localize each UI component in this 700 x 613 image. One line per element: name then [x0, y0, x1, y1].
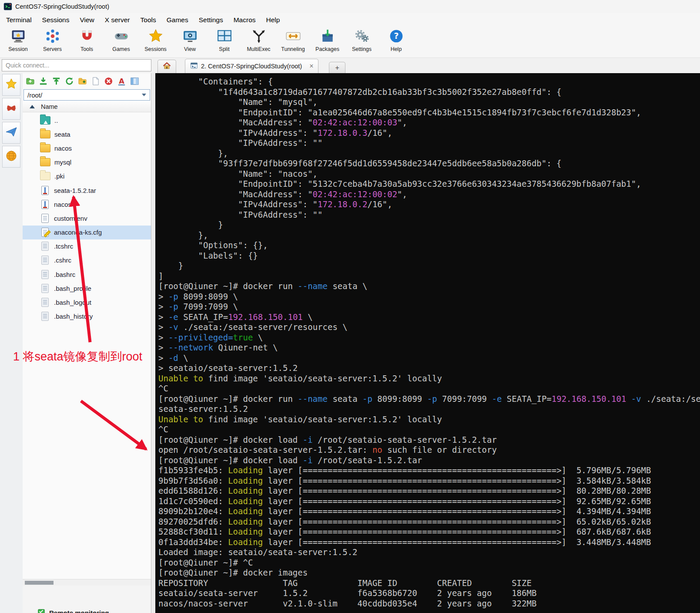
file-item[interactable]: anaconda-ks.cfg: [23, 226, 151, 239]
folder-up-icon: [40, 116, 50, 125]
menu-item-settings[interactable]: Settings: [194, 14, 228, 26]
toolbar-games-button[interactable]: Games: [104, 27, 138, 57]
file-icon: [41, 214, 49, 223]
file-item[interactable]: .bashrc: [23, 267, 151, 281]
tools-icon: [5, 102, 17, 116]
file-item[interactable]: .tcshrc: [23, 239, 151, 253]
app-icon: [3, 2, 12, 11]
file-name: anaconda-ks.cfg: [54, 229, 102, 236]
terminal-line: [root@Qiuner ~]# docker run --name seata…: [158, 394, 700, 404]
menu-item-x-server[interactable]: X server: [100, 14, 135, 26]
file-item[interactable]: mysql: [23, 155, 151, 169]
sessions-panel-button[interactable]: [2, 74, 20, 96]
sftp-toolbar: A: [23, 73, 151, 89]
terminal-line: ^C: [158, 384, 700, 394]
menu-item-tools[interactable]: Tools: [135, 14, 161, 26]
file-item[interactable]: seata: [23, 127, 151, 141]
close-tab-icon[interactable]: ×: [309, 62, 313, 70]
toolbar-settings-button[interactable]: Settings: [345, 27, 379, 57]
session-tab[interactable]: 2. CentOS7-SpringCloudStudy(root) ×: [185, 59, 318, 73]
menu-item-terminal[interactable]: Terminal: [1, 14, 37, 26]
menu-item-help[interactable]: Help: [261, 14, 285, 26]
terminal-line: "MacAddress": "02:42:ac:12:00:02",: [158, 189, 700, 200]
toolbar-tools-button[interactable]: Tools: [70, 27, 104, 57]
terminal-line: REPOSITORY TAG IMAGE ID CREATED SIZE: [158, 578, 700, 589]
settings-icon: [355, 29, 369, 45]
main-content: A /root/ Name ..seatanacosmysql.pkiseata…: [0, 73, 700, 613]
horizontal-scrollbar[interactable]: [23, 579, 151, 586]
toolbar-tunneling-button[interactable]: Tunneling: [276, 27, 310, 57]
file-item[interactable]: custom.env: [23, 211, 151, 225]
terminal-line: "IPv6Address": "": [158, 210, 700, 220]
encoding-button[interactable]: A: [116, 76, 127, 86]
menu-item-sessions[interactable]: Sessions: [37, 14, 75, 26]
terminal-line: Unable to find image 'seataio/seata-serv…: [158, 374, 700, 384]
tools-panel-button[interactable]: [2, 98, 20, 120]
download-button[interactable]: [38, 76, 48, 86]
star-icon: [5, 78, 17, 92]
terminal-line: },: [158, 148, 700, 159]
file-name: .pki: [54, 172, 64, 180]
file-item[interactable]: .cshrc: [23, 253, 151, 267]
scrollbar-thumb[interactable]: [25, 581, 54, 585]
toolbar-help-button[interactable]: ?Help: [379, 27, 413, 57]
toolbar-sessions-button[interactable]: Sessions: [138, 27, 173, 57]
refresh-button[interactable]: [64, 76, 74, 86]
toolbar-packages-button[interactable]: Packages: [310, 27, 345, 57]
file-item[interactable]: .pki: [23, 169, 151, 183]
new-tab-button[interactable]: +: [329, 62, 345, 73]
file-item[interactable]: .bash_profile: [23, 281, 151, 295]
path-dropdown[interactable]: /root/: [23, 89, 150, 101]
file-name: custom.env: [54, 215, 87, 222]
tab-bar: 2. CentOS7-SpringCloudStudy(root) × +: [0, 57, 700, 73]
folder-sync-button[interactable]: [25, 76, 35, 86]
file-gray-icon: [41, 284, 49, 293]
menu-item-view[interactable]: View: [74, 14, 99, 26]
upload-button[interactable]: [51, 76, 61, 86]
quick-connect-input[interactable]: [2, 59, 151, 71]
terminal-line: 89270025dfd6: Loading layer [===========…: [158, 517, 700, 527]
file-item[interactable]: .bash_logout: [23, 295, 151, 309]
new-folder-button[interactable]: [77, 76, 87, 86]
toolbar-servers-button[interactable]: Servers: [35, 27, 70, 57]
terminal[interactable]: "Containers": { "1f4d643a1c8719da6716774…: [155, 73, 700, 613]
remote-monitoring-footer[interactable]: Remote monitoring: [23, 606, 151, 613]
stop-button[interactable]: [103, 76, 114, 86]
tar-icon: [41, 200, 49, 209]
terminal-line: open /root/seataio-seata-server-1.5.2.ta…: [158, 445, 700, 455]
terminal-line: "93ff37e7dfbb699f68f27246f5dd1d6559458de…: [158, 158, 700, 169]
toolbar-split-button[interactable]: Split: [207, 27, 241, 57]
packages-icon: [320, 29, 335, 45]
paper-plane-icon: [5, 126, 17, 140]
panel-layout-button[interactable]: [129, 76, 140, 86]
file-gray-icon: [41, 270, 49, 279]
toolbar-view-button[interactable]: View: [173, 27, 207, 57]
terminal-line: "IPv6Address": "": [158, 138, 700, 148]
toolbar-session-button[interactable]: Session: [1, 27, 35, 57]
terminal-line: "IPv4Address": "172.18.0.2/16",: [158, 199, 700, 210]
home-tab[interactable]: [157, 60, 176, 73]
session-icon: [11, 29, 26, 45]
toolbar-label: Games: [112, 46, 130, 52]
file-item[interactable]: nacos: [23, 197, 151, 211]
file-item[interactable]: .bash_history: [23, 310, 151, 323]
terminal-line: "Name": "mysql",: [158, 97, 700, 108]
new-file-button[interactable]: [90, 76, 100, 86]
file-list-header[interactable]: Name: [23, 101, 151, 112]
menu-item-games[interactable]: Games: [161, 14, 194, 26]
terminal-line: 1d1c7c0590ed: Loading layer [===========…: [158, 496, 700, 507]
terminal-line: [root@Qiuner ~]# docker load -i /root/se…: [158, 435, 700, 445]
network-panel-button[interactable]: [2, 146, 20, 168]
menu-item-macros[interactable]: Macros: [228, 14, 261, 26]
globe-icon: [5, 150, 17, 164]
file-item[interactable]: seata-1.5.2.tar: [23, 183, 151, 197]
file-name: .bash_history: [54, 313, 93, 320]
terminal-line: [root@Qiuner ~]# docker images: [158, 568, 700, 578]
file-item[interactable]: nacos: [23, 141, 151, 155]
sftp-panel-button[interactable]: [2, 122, 20, 144]
toolbar-multiexec-button[interactable]: MultiExec: [241, 27, 276, 57]
file-item[interactable]: ..: [23, 113, 151, 127]
panel-divider: [151, 73, 155, 613]
toolbar-label: Servers: [43, 46, 62, 52]
file-gray-icon: [41, 256, 49, 265]
